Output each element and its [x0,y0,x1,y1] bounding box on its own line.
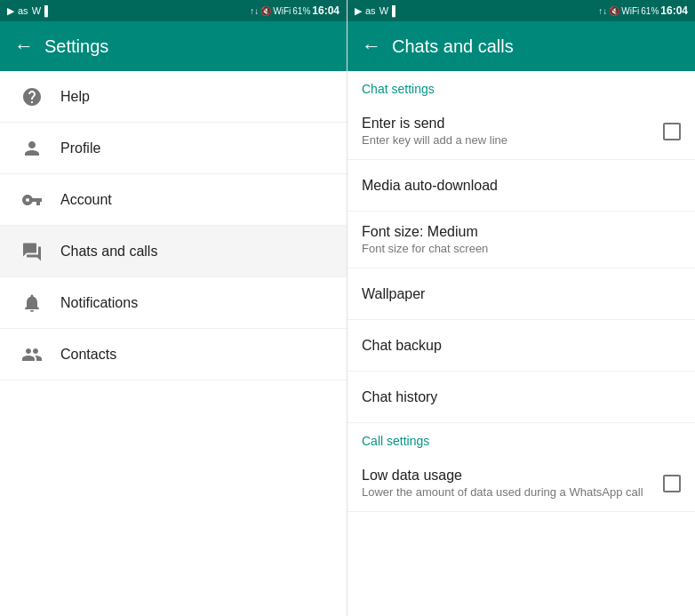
right-as-label: as [365,5,376,16]
right-time: 16:04 [660,4,688,17]
contacts-label: Contacts [60,347,116,363]
sidebar-item-notifications[interactable]: Notifications [0,277,347,329]
chat-backup-item[interactable]: Chat backup [348,320,695,372]
chats-icon [14,241,50,262]
low-data-usage-checkbox[interactable] [663,475,681,492]
profile-icon [14,138,50,159]
right-wifi-icon: WiFi [621,6,639,16]
low-data-usage-item[interactable]: Low data usage Lower the amount of data … [348,455,695,512]
notifications-icon [14,292,50,314]
enter-is-send-title: Enter is send [362,116,663,132]
enter-is-send-subtitle: Enter key will add a new line [362,133,663,147]
right-status-bar-left: ▶ as W ▌ [355,5,399,17]
media-auto-download-text: Media auto-download [362,178,681,194]
notifications-label: Notifications [60,295,138,311]
font-size-subtitle: Font size for chat screen [362,242,681,255]
sidebar-item-contacts[interactable]: Contacts [0,329,347,380]
right-signal-bars: ▌ [392,5,399,16]
signal-bars: ▌ [44,5,52,16]
left-status-bar: ▶ as W ▌ ↑↓ 🔇 WiFi 61% 16:04 [0,0,347,21]
sidebar-item-chats-and-calls[interactable]: Chats and calls [0,226,347,277]
call-settings-header: Call settings [348,423,695,455]
left-status-bar-right: ↑↓ 🔇 WiFi 61% 16:04 [250,4,340,17]
right-header: ← Chats and calls [348,21,695,71]
chat-history-title: Chat history [362,389,681,405]
low-data-usage-title: Low data usage [362,468,663,484]
chat-backup-text: Chat backup [362,338,681,354]
play-icon: ▶ [7,5,14,17]
font-size-text: Font size: Medium Font size for chat scr… [362,224,681,255]
wifi-icon: WiFi [273,6,291,16]
media-auto-download-item[interactable]: Media auto-download [348,160,695,212]
account-label: Account [60,192,112,208]
help-label: Help [60,89,90,105]
right-back-button[interactable]: ← [362,35,381,58]
as-label: as [18,5,28,16]
account-icon [14,189,50,211]
contacts-icon [14,344,50,365]
left-header-title: Settings [44,36,108,57]
enter-is-send-item[interactable]: Enter is send Enter key will add a new l… [348,103,695,160]
low-data-usage-text: Low data usage Lower the amount of data … [362,468,663,499]
left-time: 16:04 [312,4,340,17]
right-network-icon: ↑↓ [598,6,607,16]
chat-history-item[interactable]: Chat history [348,372,695,423]
left-panel: ▶ as W ▌ ↑↓ 🔇 WiFi 61% 16:04 ← Settings … [0,0,348,616]
left-header: ← Settings [0,21,347,71]
battery-text: 61% [292,6,310,16]
w-icon: W [32,5,41,16]
settings-menu-list: Help Profile Account Chats and calls [0,71,347,616]
right-header-title: Chats and calls [392,36,514,57]
sidebar-item-account[interactable]: Account [0,174,347,226]
left-status-bar-left: ▶ as W ▌ [7,5,52,17]
font-size-item[interactable]: Font size: Medium Font size for chat scr… [348,212,695,268]
chat-backup-title: Chat backup [362,338,681,354]
right-volume-icon: 🔇 [609,6,619,16]
right-panel: ▶ as W ▌ ↑↓ 🔇 WiFi 61% 16:04 ← Chats and… [348,0,695,616]
left-back-button[interactable]: ← [14,35,34,58]
media-auto-download-title: Media auto-download [362,178,681,194]
wallpaper-title: Wallpaper [362,286,681,302]
font-size-title: Font size: Medium [362,224,681,240]
wallpaper-text: Wallpaper [362,286,681,302]
chats-and-calls-label: Chats and calls [60,244,157,260]
right-status-bar: ▶ as W ▌ ↑↓ 🔇 WiFi 61% 16:04 [348,0,695,21]
enter-is-send-checkbox[interactable] [663,123,681,140]
chat-history-text: Chat history [362,389,681,405]
help-icon [14,86,50,108]
profile-label: Profile [60,140,100,156]
sidebar-item-profile[interactable]: Profile [0,123,347,174]
right-battery-text: 61% [641,6,659,16]
chat-settings-header: Chat settings [348,71,695,103]
network-icon: ↑↓ [250,6,259,16]
right-status-bar-right: ↑↓ 🔇 WiFi 61% 16:04 [598,4,688,17]
right-w-icon: W [379,5,388,16]
right-play-icon: ▶ [355,5,362,17]
volume-icon: 🔇 [260,6,271,16]
wallpaper-item[interactable]: Wallpaper [348,268,695,320]
sidebar-item-help[interactable]: Help [0,71,347,123]
low-data-usage-subtitle: Lower the amount of data used during a W… [362,485,663,499]
enter-is-send-text: Enter is send Enter key will add a new l… [362,116,663,147]
